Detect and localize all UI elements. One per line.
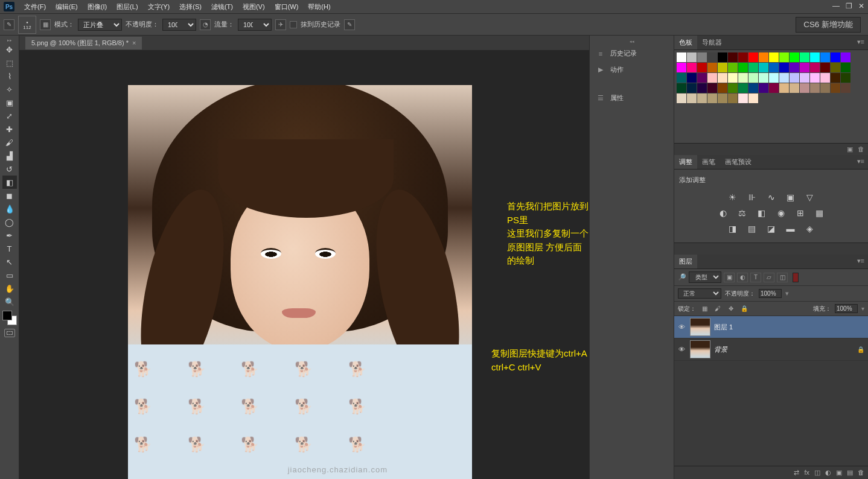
color-swatch-cell[interactable]: [738, 73, 748, 83]
color-swatch-cell[interactable]: [759, 52, 768, 62]
hand-tool[interactable]: ✋: [2, 282, 17, 295]
shape-tool[interactable]: ▭: [2, 268, 17, 282]
color-swatch-cell[interactable]: [677, 94, 686, 103]
layer-opacity-input[interactable]: [759, 289, 782, 298]
color-swatch-cell[interactable]: [718, 94, 727, 103]
eraser-tool[interactable]: ◧: [2, 176, 17, 189]
marquee-tool[interactable]: ⬚: [2, 56, 17, 69]
filter-smart-icon[interactable]: ◫: [777, 273, 788, 282]
menu-edit[interactable]: 编辑(E): [51, 1, 83, 13]
panel-history[interactable]: ≡历史记录: [590, 45, 674, 62]
tool-preset-icon[interactable]: ✎: [4, 19, 14, 30]
color-swatch-cell[interactable]: [779, 73, 789, 83]
filter-search-icon[interactable]: 🔎: [678, 273, 686, 281]
lock-all-icon[interactable]: 🔒: [739, 305, 749, 313]
layer-fx-icon[interactable]: fx: [804, 469, 809, 477]
color-swatch-cell[interactable]: [718, 52, 727, 62]
adj-curves-icon[interactable]: ∿: [766, 192, 777, 202]
color-swatch-cell[interactable]: [790, 73, 799, 83]
color-swatch-cell[interactable]: [748, 52, 758, 62]
layer-visibility-icon[interactable]: 👁: [677, 323, 686, 331]
adj-invert-icon[interactable]: ◨: [727, 224, 738, 233]
color-swatch-cell[interactable]: [687, 52, 697, 62]
history-checkbox[interactable]: [290, 21, 297, 28]
menu-layer[interactable]: 图层(L): [112, 1, 142, 13]
color-swatch-cell[interactable]: [759, 83, 768, 93]
lock-position-icon[interactable]: ✥: [726, 305, 736, 313]
layer-name[interactable]: 图层 1: [714, 323, 864, 332]
color-swatch-cell[interactable]: [831, 73, 840, 83]
color-swatch-cell[interactable]: [707, 73, 717, 83]
color-swatch-cell[interactable]: [697, 83, 707, 93]
color-swatch-cell[interactable]: [697, 73, 707, 83]
color-swatch-cell[interactable]: [748, 83, 758, 93]
adj-photo-filter-icon[interactable]: ◉: [776, 208, 787, 218]
new-fill-adj-icon[interactable]: ◐: [825, 469, 831, 477]
color-swatch-cell[interactable]: [728, 94, 738, 103]
adj-brightness-icon[interactable]: ☀: [727, 192, 738, 202]
opacity-select[interactable]: 100%: [162, 19, 196, 31]
color-swatch-cell[interactable]: [687, 73, 697, 83]
flow-select[interactable]: 100%: [238, 19, 272, 31]
color-swatch-cell[interactable]: [728, 73, 738, 83]
layer-name[interactable]: 背景: [714, 345, 854, 354]
color-swatch-cell[interactable]: [779, 63, 789, 72]
color-swatch-cell[interactable]: [728, 52, 738, 62]
tab-brush[interactable]: 画笔: [697, 155, 720, 169]
menu-image[interactable]: 图像(I): [83, 1, 112, 13]
cs6-features-button[interactable]: CS6 新增功能: [796, 17, 861, 33]
color-swatch-cell[interactable]: [677, 63, 686, 72]
color-swatch-cell[interactable]: [810, 83, 820, 93]
color-swatch-cell[interactable]: [790, 52, 799, 62]
color-swatch-cell[interactable]: [718, 73, 727, 83]
adj-balance-icon[interactable]: ⚖: [737, 208, 748, 218]
filter-toggle[interactable]: [793, 273, 799, 282]
tab-swatches[interactable]: 色板: [674, 36, 697, 49]
color-swatch-cell[interactable]: [718, 63, 727, 72]
blur-tool[interactable]: 💧: [2, 202, 17, 215]
color-swatch-cell[interactable]: [677, 83, 686, 93]
healing-brush-tool[interactable]: ✚: [2, 122, 17, 136]
layer-visibility-icon[interactable]: 👁: [677, 346, 686, 353]
color-swatch-cell[interactable]: [790, 63, 799, 72]
color-swatch-cell[interactable]: [748, 63, 758, 72]
zoom-tool[interactable]: 🔍: [2, 295, 17, 308]
color-swatch-cell[interactable]: [800, 63, 809, 72]
color-swatch-cell[interactable]: [738, 83, 748, 93]
color-swatch-cell[interactable]: [718, 83, 727, 93]
color-swatch-cell[interactable]: [831, 52, 840, 62]
color-swatch-cell[interactable]: [738, 52, 748, 62]
pen-tool[interactable]: ✒: [2, 229, 17, 242]
maximize-button[interactable]: ❐: [846, 2, 852, 10]
color-swatch-cell[interactable]: [769, 63, 779, 72]
color-swatch-cell[interactable]: [707, 63, 717, 72]
panel-properties[interactable]: ☰属性: [590, 90, 674, 106]
minimize-button[interactable]: —: [832, 2, 840, 10]
link-layers-icon[interactable]: ⇄: [794, 469, 799, 477]
color-swatch-cell[interactable]: [820, 73, 830, 83]
dodge-tool[interactable]: ◯: [2, 215, 17, 229]
color-swatch-cell[interactable]: [687, 63, 697, 72]
brush-preset-picker[interactable]: 112: [18, 16, 36, 34]
swatches-menu-icon[interactable]: ▾≡: [854, 36, 868, 49]
color-swatch-cell[interactable]: [697, 52, 707, 62]
adj-channel-mixer-icon[interactable]: ⊞: [795, 208, 806, 218]
toolbox-grip[interactable]: ▸▸: [0, 38, 19, 43]
layer-row[interactable]: 👁图层 1: [674, 316, 868, 338]
menu-select[interactable]: 选择(S): [174, 1, 206, 13]
color-swatch-cell[interactable]: [790, 83, 799, 93]
color-swatch-cell[interactable]: [748, 73, 758, 83]
color-swatch-cell[interactable]: [728, 83, 738, 93]
color-swatch-cell[interactable]: [841, 52, 850, 62]
color-swatch-cell[interactable]: [759, 63, 768, 72]
color-swatch-cell[interactable]: [677, 73, 686, 83]
menu-file[interactable]: 文件(F): [19, 1, 51, 13]
color-swatch-cell[interactable]: [707, 52, 717, 62]
layer-thumbnail[interactable]: [690, 318, 710, 336]
menu-help[interactable]: 帮助(H): [303, 1, 335, 13]
color-swatch-cell[interactable]: [841, 83, 850, 93]
color-swatch-cell[interactable]: [800, 73, 809, 83]
eyedropper-tool[interactable]: ⤢: [2, 109, 17, 122]
tab-adjustments[interactable]: 调整: [674, 155, 697, 169]
color-swatch-cell[interactable]: [800, 52, 809, 62]
